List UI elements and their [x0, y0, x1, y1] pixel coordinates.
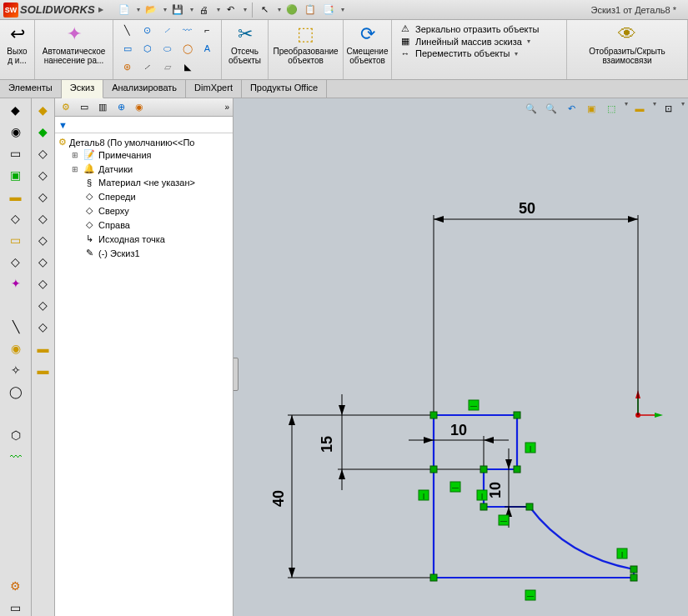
dimension-10-h[interactable]: 10 [409, 422, 509, 469]
sketch-profile[interactable] [434, 415, 634, 578]
centerline-tool[interactable]: ⟋ [138, 58, 157, 75]
tree-item[interactable]: ⊞📝Примечания [55, 148, 233, 162]
tree-tab-feature[interactable]: ⚙ [58, 100, 73, 115]
ellipse-tool[interactable]: ◯ [178, 40, 197, 57]
side-icon[interactable]: ◇ [35, 253, 52, 270]
new-doc-button[interactable] [117, 3, 132, 18]
exit-sketch-button[interactable]: ↩ Выхо д и... [5, 22, 28, 67]
fillet-tool[interactable]: ⌐ [198, 22, 217, 38]
options-button[interactable] [303, 3, 318, 18]
move-icon: ↔ [399, 48, 412, 58]
point-tool[interactable]: ⊛ [118, 58, 137, 75]
tree-expand-button[interactable]: » [224, 103, 229, 112]
side-icon[interactable]: ▭ [8, 599, 24, 616]
tree-tab-property[interactable]: ▭ [77, 100, 92, 115]
svg-rect-45 [630, 574, 637, 581]
smart-dimension-button[interactable]: ✦ Автоматическое нанесение ра... [41, 22, 108, 67]
tab-evaluate[interactable]: Анализировать [103, 80, 186, 98]
side-icon[interactable]: ✦ [8, 275, 24, 292]
side-icon[interactable]: ▭ [8, 232, 24, 248]
linear-pattern-button[interactable]: ▦Линейный массив эскиза▾ [399, 36, 539, 47]
undo-button[interactable] [223, 3, 239, 18]
svg-text:40: 40 [270, 490, 287, 507]
chamfer-tool[interactable]: ◣ [178, 58, 197, 75]
svg-marker-9 [628, 216, 638, 223]
side-icon[interactable]: ◇ [35, 188, 52, 205]
tab-sketch[interactable]: Эскиз [62, 80, 103, 98]
side-icon[interactable]: ◆ [8, 102, 24, 118]
rebuild-button[interactable] [284, 3, 299, 18]
tree-item[interactable]: §Материал <не указан> [55, 176, 233, 189]
tree-item[interactable]: ✎(-) Эскиз1 [55, 246, 233, 260]
side-icon[interactable]: ◉ [8, 340, 24, 357]
ribbon: ↩ Выхо д и... ✦ Автоматическое нанесение… [0, 20, 688, 80]
side-icon[interactable]: ◇ [35, 318, 52, 335]
polygon-tool[interactable]: ⬡ [138, 40, 157, 57]
graphics-view[interactable]: 🔍 🔍 ↶ ▣ ⬚▾ ▬▾ ⊡▾ [234, 98, 688, 616]
plane-tool[interactable]: ▱ [158, 58, 177, 75]
side-icon[interactable]: ◯ [8, 383, 24, 400]
svg-text:10: 10 [450, 422, 467, 438]
tree-item[interactable]: ◇Сверху [55, 203, 233, 218]
tree-tab-display[interactable]: ◉ [132, 100, 147, 115]
tab-dimxpert[interactable]: DimXpert [186, 80, 242, 98]
side-icon[interactable]: ◇ [35, 167, 52, 183]
open-button[interactable] [143, 3, 158, 18]
text-tool[interactable]: A [198, 40, 217, 57]
side-icon[interactable]: ◇ [8, 253, 24, 270]
side-icon[interactable]: 〰 [8, 448, 24, 465]
side-icon[interactable]: ◇ [35, 275, 52, 292]
side-icon[interactable]: ◆ [35, 123, 52, 140]
trim-button[interactable]: ✂ Отсечь объекты [227, 22, 263, 67]
svg-text:—: — [470, 402, 477, 409]
dimension-50[interactable]: 50 [434, 200, 638, 415]
side-icon[interactable]: ◇ [35, 297, 52, 313]
trim-icon: ✂ [238, 23, 253, 45]
side-icon[interactable]: ▭ [8, 145, 24, 162]
left-toolbar-1: ◆ ◉ ▭ ▣ ▬ ◇ ▭ ◇ ✦ ╲ ◉ ✧ ◯ ⬡ 〰 ⚙ ▭ [0, 98, 32, 616]
side-icon[interactable]: ◇ [35, 210, 52, 227]
side-icon[interactable]: ◇ [35, 232, 52, 248]
tree-filter-bar[interactable]: ▼ [55, 117, 233, 133]
move-entities-button[interactable]: ↔Переместить объекты▾ [399, 48, 539, 58]
line-tool[interactable]: ╲ [118, 22, 137, 38]
tab-features[interactable]: Элементы [0, 80, 62, 98]
tree-item[interactable]: ◇Справа [55, 218, 233, 232]
tree-root-item[interactable]: ⚙ Деталь8 (По умолчанию<<По [55, 137, 233, 148]
doc-props-button[interactable] [321, 3, 336, 18]
tree-item[interactable]: ↳Исходная точка [55, 232, 233, 246]
feature-tree-panel: ⚙ ▭ ▥ ⊕ ◉ » ▼ ⚙ Деталь8 (По умолчанию<<П… [55, 98, 234, 616]
side-icon[interactable]: ✧ [8, 362, 24, 378]
app-menu-chevron[interactable]: ▶ [98, 6, 103, 13]
arc-tool[interactable]: ⟋ [158, 22, 177, 38]
convert-button[interactable]: ⬚ Преобразование объектов [271, 22, 339, 67]
tree-item[interactable]: ⊞🔔Датчики [55, 162, 233, 176]
side-icon[interactable]: ⚙ [8, 578, 24, 594]
side-icon[interactable]: ◇ [35, 145, 52, 162]
save-button[interactable] [170, 3, 185, 18]
side-icon[interactable]: ▬ [35, 340, 52, 357]
side-icon[interactable]: ▬ [35, 362, 52, 378]
side-icon[interactable]: ◇ [8, 210, 24, 227]
mirror-button[interactable]: ⚠Зеркально отразить объекты [399, 23, 539, 34]
dimension-15[interactable]: 15 [319, 394, 484, 490]
side-icon[interactable]: ╲ [8, 318, 24, 335]
slot-tool[interactable]: ⬭ [158, 40, 177, 57]
offset-button[interactable]: ⟳ Смещение объектов [345, 22, 390, 67]
side-icon[interactable]: ▬ [8, 188, 24, 205]
side-icon[interactable]: ▣ [8, 167, 24, 183]
side-icon[interactable]: ◉ [8, 123, 24, 140]
tab-office[interactable]: Продукты Office [242, 80, 327, 98]
print-button[interactable] [197, 3, 212, 18]
circle-tool[interactable]: ⊙ [138, 22, 157, 38]
show-hide-relations-button[interactable]: 👁 Отобразить/Скрыть взаимосвязи [587, 22, 666, 67]
tree-item[interactable]: ◇Спереди [55, 189, 233, 203]
dimension-40[interactable]: 40 [270, 415, 434, 578]
spline-tool[interactable]: 〰 [178, 22, 197, 38]
side-icon[interactable]: ◆ [35, 102, 52, 118]
side-icon[interactable]: ⬡ [8, 427, 24, 443]
select-button[interactable] [258, 3, 273, 18]
tree-tab-config[interactable]: ▥ [95, 100, 110, 115]
rect-tool[interactable]: ▭ [118, 40, 137, 57]
tree-tab-dim[interactable]: ⊕ [113, 100, 128, 115]
